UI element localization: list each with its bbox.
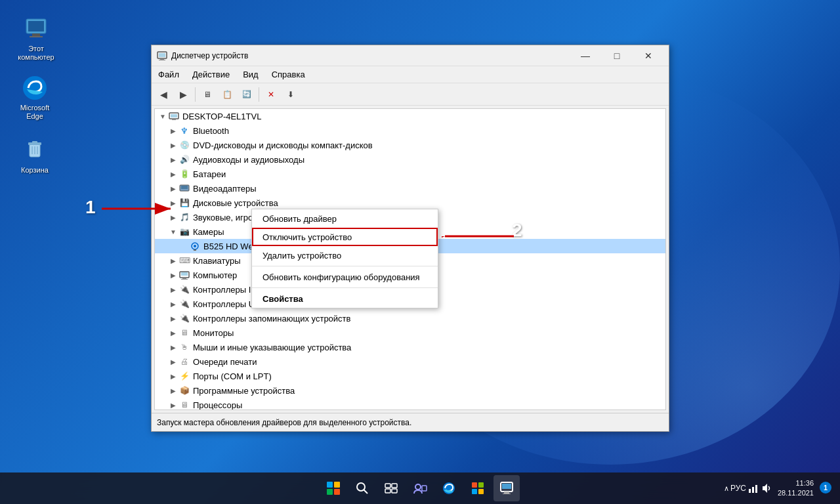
tree-controllers3[interactable]: ▶ 🔌 Контроллеры запоминающих устройств [155,311,665,326]
tree-print[interactable]: ▶ 🖨 Очереди печати [155,354,665,369]
menu-file[interactable]: Файл [152,67,186,82]
ctx-update-driver[interactable]: Обновить драйвер [252,209,438,228]
ctx-delete-device[interactable]: Удалить устройство [252,246,438,264]
video-icon [178,182,190,194]
lang-label: РУС [730,484,746,493]
menu-action[interactable]: Действие [186,67,236,82]
tree-processors[interactable]: ▶ 🖥 Процессоры [155,398,665,410]
toolbar-home[interactable]: 🖥 [198,86,217,103]
maximize-button[interactable]: □ [602,45,632,66]
root-arrow: ▼ [158,111,168,121]
toolbar-back[interactable]: ◀ [154,86,173,103]
ctx-properties[interactable]: Свойства [252,289,438,308]
disk-arrow: ▶ [168,198,178,208]
svg-rect-13 [160,58,164,60]
tree-disk[interactable]: ▶ 💾 Дисковые устройства [155,196,665,210]
desktop-icon-trash[interactable]: Корзина [12,135,58,177]
toolbar-properties[interactable]: 📋 [218,86,236,103]
svg-rect-44 [472,482,477,488]
mice-label: Мыши и иные указывающие устройства [193,343,351,352]
start-button[interactable] [320,475,346,501]
search-button[interactable] [349,475,375,501]
taskbar-center [320,475,520,501]
svg-rect-22 [194,249,196,251]
time-value: 11:36 [778,478,814,488]
menu-view[interactable]: Вид [236,67,265,82]
keyboard-arrow: ▶ [168,255,178,266]
bluetooth-label: Bluetooth [193,126,229,136]
controllers3-icon: 🔌 [178,312,190,324]
notification-area[interactable]: 1 [819,481,832,496]
svg-point-41 [415,484,421,490]
tree-video[interactable]: ▶ Видеоадаптеры [155,181,665,196]
software-icon: 📦 [178,385,190,396]
svg-rect-46 [472,489,477,494]
window-titlebar: Диспетчер устройств — □ ✕ [152,45,669,66]
svg-rect-2 [32,33,40,36]
svg-rect-42 [422,486,427,491]
menu-help[interactable]: Справка [265,67,312,82]
svg-rect-7 [32,141,37,143]
tree-audio[interactable]: ▶ 🔊 Аудиовходы и аудиовыходы [155,152,665,167]
toolbar-forward[interactable]: ▶ [174,86,192,103]
taskbar-devmgr[interactable] [494,475,520,501]
statusbar-text: Запуск мастера обновления драйверов для … [157,418,411,427]
close-button[interactable]: ✕ [633,45,663,66]
webcam-icon [189,240,201,252]
monitors-arrow: ▶ [168,327,178,338]
toolbar-uninstall[interactable]: ✕ [262,86,280,103]
controllers1-icon: 🔌 [178,284,190,295]
statusbar: Запуск мастера обновления драйверов для … [152,413,669,431]
volume-icon [761,482,772,494]
ctx-disable-device[interactable]: Отключить устройство [252,228,438,246]
sound-arrow: ▶ [168,212,178,222]
minimize-button[interactable]: — [570,45,600,66]
svg-rect-53 [752,487,754,493]
ctx-refresh-config[interactable]: Обновить конфигурацию оборудования [252,268,438,286]
chevron-up-icon[interactable]: ∧ [724,484,729,493]
ports-icon: ⚡ [178,370,190,382]
keyboard-label: Клавиатуры [193,256,241,266]
taskbar-time-display[interactable]: 11:36 28.11.2021 [778,478,814,499]
svg-rect-1 [28,21,44,32]
keyboard-icon: ⌨ [178,255,190,266]
svg-rect-34 [334,489,340,495]
svg-rect-17 [172,119,176,120]
svg-rect-52 [749,489,751,493]
toolbar-scan[interactable]: ⬇ [282,86,300,103]
desktop-icon-computer[interactable]: Этот компьютер [13,13,59,64]
audio-label: Аудиовходы и аудиовыходы [193,155,304,165]
processors-label: Процессоры [193,400,242,410]
tree-root[interactable]: ▼ DESKTOP-4EL1TVL [155,109,665,123]
meet-button[interactable] [407,475,433,501]
svg-rect-14 [159,60,165,60]
taskbar-store[interactable] [465,475,491,501]
computer-tree-icon [178,269,190,281]
svg-point-4 [23,76,47,100]
tree-ports[interactable]: ▶ ⚡ Порты (COM и LPT) [155,369,665,383]
toolbar-update[interactable]: 🔄 [238,86,256,103]
tree-mice[interactable]: ▶ 🖱 Мыши и иные указывающие устройства [155,340,665,354]
tree-batteries[interactable]: ▶ 🔋 Батареи [155,167,665,181]
batteries-label: Батареи [193,169,226,179]
annotation-1: 1 [85,197,96,218]
software-label: Программные устройства [193,386,295,396]
svg-rect-33 [327,489,333,495]
desktop-icon-edge[interactable]: Microsoft Edge [12,72,58,123]
taskview-button[interactable] [378,475,404,501]
svg-rect-45 [478,482,484,488]
tree-bluetooth[interactable]: ▶ ♆ Bluetooth [155,123,665,138]
tree-monitors[interactable]: ▶ 🖥 Мониторы [155,326,665,340]
bluetooth-icon: ♆ [178,125,190,136]
dvd-arrow: ▶ [168,140,178,150]
audio-icon: 🔊 [178,154,190,165]
svg-rect-38 [392,484,397,488]
mice-arrow: ▶ [168,342,178,352]
toolbar-sep-1 [195,87,196,102]
taskbar-edge[interactable] [436,475,462,501]
tree-dvd[interactable]: ▶ 💿 DVD-дисководы и дисководы компакт-ди… [155,138,665,152]
root-icon [168,110,180,122]
tree-software[interactable]: ▶ 📦 Программные устройства [155,383,665,398]
disk-icon: 💾 [178,197,190,209]
svg-line-36 [364,490,368,494]
